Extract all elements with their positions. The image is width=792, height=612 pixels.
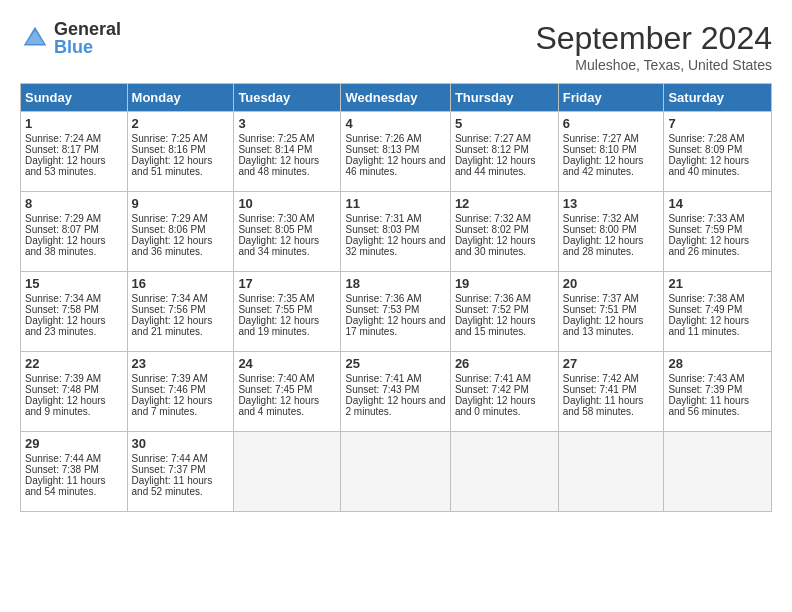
header-tuesday: Tuesday [234, 84, 341, 112]
calendar-day-10: 10Sunrise: 7:30 AMSunset: 8:05 PMDayligh… [234, 192, 341, 272]
calendar-day-empty [664, 432, 772, 512]
logo-general-text: General [54, 20, 121, 38]
calendar-day-9: 9Sunrise: 7:29 AMSunset: 8:06 PMDaylight… [127, 192, 234, 272]
calendar-day-empty [234, 432, 341, 512]
calendar-day-15: 15Sunrise: 7:34 AMSunset: 7:58 PMDayligh… [21, 272, 128, 352]
calendar-week-5: 29Sunrise: 7:44 AMSunset: 7:38 PMDayligh… [21, 432, 772, 512]
header-sunday: Sunday [21, 84, 128, 112]
calendar-day-3: 3Sunrise: 7:25 AMSunset: 8:14 PMDaylight… [234, 112, 341, 192]
logo: General Blue [20, 20, 121, 56]
calendar-day-14: 14Sunrise: 7:33 AMSunset: 7:59 PMDayligh… [664, 192, 772, 272]
header-saturday: Saturday [664, 84, 772, 112]
calendar-day-28: 28Sunrise: 7:43 AMSunset: 7:39 PMDayligh… [664, 352, 772, 432]
calendar-table: SundayMondayTuesdayWednesdayThursdayFrid… [20, 83, 772, 512]
page-header: General Blue September 2024 Muleshoe, Te… [20, 20, 772, 73]
header-friday: Friday [558, 84, 664, 112]
calendar-day-20: 20Sunrise: 7:37 AMSunset: 7:51 PMDayligh… [558, 272, 664, 352]
month-title: September 2024 [535, 20, 772, 57]
calendar-week-3: 15Sunrise: 7:34 AMSunset: 7:58 PMDayligh… [21, 272, 772, 352]
calendar-day-30: 30Sunrise: 7:44 AMSunset: 7:37 PMDayligh… [127, 432, 234, 512]
calendar-header-row: SundayMondayTuesdayWednesdayThursdayFrid… [21, 84, 772, 112]
calendar-week-1: 1Sunrise: 7:24 AMSunset: 8:17 PMDaylight… [21, 112, 772, 192]
calendar-day-21: 21Sunrise: 7:38 AMSunset: 7:49 PMDayligh… [664, 272, 772, 352]
calendar-day-2: 2Sunrise: 7:25 AMSunset: 8:16 PMDaylight… [127, 112, 234, 192]
calendar-day-6: 6Sunrise: 7:27 AMSunset: 8:10 PMDaylight… [558, 112, 664, 192]
location-text: Muleshoe, Texas, United States [535, 57, 772, 73]
calendar-day-23: 23Sunrise: 7:39 AMSunset: 7:46 PMDayligh… [127, 352, 234, 432]
calendar-day-29: 29Sunrise: 7:44 AMSunset: 7:38 PMDayligh… [21, 432, 128, 512]
header-monday: Monday [127, 84, 234, 112]
calendar-day-empty [558, 432, 664, 512]
header-thursday: Thursday [450, 84, 558, 112]
calendar-week-4: 22Sunrise: 7:39 AMSunset: 7:48 PMDayligh… [21, 352, 772, 432]
calendar-day-13: 13Sunrise: 7:32 AMSunset: 8:00 PMDayligh… [558, 192, 664, 272]
logo-icon [20, 23, 50, 53]
calendar-day-5: 5Sunrise: 7:27 AMSunset: 8:12 PMDaylight… [450, 112, 558, 192]
calendar-day-1: 1Sunrise: 7:24 AMSunset: 8:17 PMDaylight… [21, 112, 128, 192]
calendar-day-12: 12Sunrise: 7:32 AMSunset: 8:02 PMDayligh… [450, 192, 558, 272]
calendar-day-22: 22Sunrise: 7:39 AMSunset: 7:48 PMDayligh… [21, 352, 128, 432]
logo-blue-text: Blue [54, 38, 121, 56]
calendar-day-19: 19Sunrise: 7:36 AMSunset: 7:52 PMDayligh… [450, 272, 558, 352]
calendar-day-4: 4Sunrise: 7:26 AMSunset: 8:13 PMDaylight… [341, 112, 450, 192]
calendar-day-empty [341, 432, 450, 512]
calendar-day-26: 26Sunrise: 7:41 AMSunset: 7:42 PMDayligh… [450, 352, 558, 432]
calendar-day-17: 17Sunrise: 7:35 AMSunset: 7:55 PMDayligh… [234, 272, 341, 352]
title-block: September 2024 Muleshoe, Texas, United S… [535, 20, 772, 73]
calendar-week-2: 8Sunrise: 7:29 AMSunset: 8:07 PMDaylight… [21, 192, 772, 272]
calendar-day-18: 18Sunrise: 7:36 AMSunset: 7:53 PMDayligh… [341, 272, 450, 352]
header-wednesday: Wednesday [341, 84, 450, 112]
calendar-day-11: 11Sunrise: 7:31 AMSunset: 8:03 PMDayligh… [341, 192, 450, 272]
calendar-day-empty [450, 432, 558, 512]
calendar-day-24: 24Sunrise: 7:40 AMSunset: 7:45 PMDayligh… [234, 352, 341, 432]
calendar-day-27: 27Sunrise: 7:42 AMSunset: 7:41 PMDayligh… [558, 352, 664, 432]
calendar-day-7: 7Sunrise: 7:28 AMSunset: 8:09 PMDaylight… [664, 112, 772, 192]
calendar-day-8: 8Sunrise: 7:29 AMSunset: 8:07 PMDaylight… [21, 192, 128, 272]
calendar-day-25: 25Sunrise: 7:41 AMSunset: 7:43 PMDayligh… [341, 352, 450, 432]
calendar-day-16: 16Sunrise: 7:34 AMSunset: 7:56 PMDayligh… [127, 272, 234, 352]
